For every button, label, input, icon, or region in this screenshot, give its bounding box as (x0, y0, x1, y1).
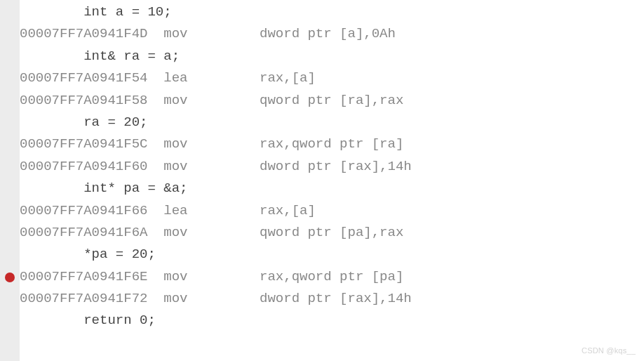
asm-line: 00007FF7A0941F5C mov rax,qword ptr [ra] (20, 133, 644, 155)
source-line: *pa = 20; (20, 244, 644, 265)
asm-line: 00007FF7A0941F54 lea rax,[a] (20, 67, 644, 89)
watermark: CSDN @kqs__ (582, 344, 636, 357)
asm-line: 00007FF7A0941F60 mov dword ptr [rax],14h (20, 156, 644, 178)
source-line: int* pa = &a; (20, 178, 644, 199)
source-line: int a = 10; (20, 1, 644, 23)
source-line: ra = 20; (20, 112, 644, 133)
breakpoint-icon[interactable] (5, 273, 15, 282)
asm-line: 00007FF7A0941F66 lea rax,[a] (20, 200, 644, 222)
asm-line: 00007FF7A0941F4D mov dword ptr [a],0Ah (20, 23, 644, 45)
asm-line: 00007FF7A0941F72 mov dword ptr [rax],14h (20, 288, 644, 310)
asm-line: 00007FF7A0941F6A mov qword ptr [pa],rax (20, 222, 644, 244)
gutter (0, 0, 20, 361)
code-area: int a = 10;00007FF7A0941F4D mov dword pt… (20, 0, 644, 332)
source-line: int& ra = a; (20, 46, 644, 67)
source-line: return 0; (20, 310, 644, 332)
asm-line: 00007FF7A0941F58 mov qword ptr [ra],rax (20, 90, 644, 112)
asm-line: 00007FF7A0941F6E mov rax,qword ptr [pa] (20, 266, 644, 288)
